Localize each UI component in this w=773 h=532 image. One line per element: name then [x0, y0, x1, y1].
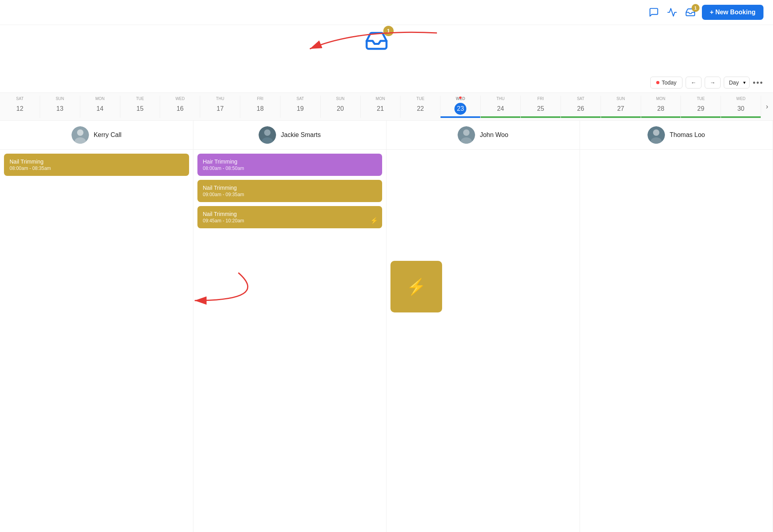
- date-cell-25[interactable]: FRI25: [521, 96, 561, 118]
- date-cell-29[interactable]: TUE29: [681, 96, 721, 118]
- date-cell-24[interactable]: THU24: [481, 96, 521, 118]
- toolbar: Today ← → Day Week Month •••: [0, 73, 773, 93]
- today-button[interactable]: Today: [650, 77, 682, 89]
- date-cell-30[interactable]: WED30: [721, 96, 761, 118]
- date-cell-14[interactable]: MON14: [80, 96, 120, 118]
- date-cell-12[interactable]: SAT12: [0, 96, 40, 118]
- date-cell-13[interactable]: SUN13: [40, 96, 80, 118]
- today-label: Today: [662, 79, 676, 86]
- avatar-john: [458, 126, 475, 144]
- floating-lightning-box[interactable]: ⚡: [390, 261, 442, 312]
- event-nail-trimming-jackie-1[interactable]: Nail Trimming 09:00am - 09:35am: [197, 180, 383, 202]
- lightning-icon-float: ⚡: [406, 278, 426, 296]
- events-col-john: ⚡: [386, 150, 580, 532]
- today-dot: [656, 81, 659, 84]
- staff-header-row: Kerry Call Jackie Smarts: [0, 121, 773, 150]
- event-time: 09:45am - 10:20am: [203, 218, 377, 224]
- staff-col-thomas: Thomas Loo: [580, 121, 773, 149]
- event-time: 08:00am - 08:35am: [10, 166, 184, 171]
- staff-name-john: John Woo: [480, 131, 508, 139]
- events-row: Nail Trimming 08:00am - 08:35am Hair Tri…: [0, 150, 773, 532]
- event-title: Nail Trimming: [10, 158, 184, 165]
- events-col-thomas: [580, 150, 773, 532]
- staff-col-jackie: Jackie Smarts: [193, 121, 387, 149]
- date-cell-21[interactable]: MON21: [361, 96, 401, 118]
- next-button[interactable]: →: [705, 77, 721, 89]
- prev-button[interactable]: ←: [686, 77, 701, 89]
- avatar-kerry: [72, 126, 89, 144]
- header: 1 + New Booking: [0, 0, 773, 25]
- staff-name-thomas: Thomas Loo: [670, 131, 705, 139]
- date-cell-17[interactable]: THU17: [200, 96, 240, 118]
- date-cell-15[interactable]: TUE15: [120, 96, 160, 118]
- avatar-jackie: [259, 126, 276, 144]
- event-hair-trimming-jackie[interactable]: Hair Trimming 08:00am - 08:50am: [197, 154, 383, 176]
- date-strip-inner: SAT12SUN13MON14TUE15WED16THU17FRI18SAT19…: [0, 96, 761, 118]
- date-cell-16[interactable]: WED16: [160, 96, 200, 118]
- lightning-icon-card: ⚡: [370, 217, 378, 224]
- calendar-grid: Kerry Call Jackie Smarts: [0, 121, 773, 532]
- svg-point-5: [264, 129, 271, 136]
- events-col-jackie: Hair Trimming 08:00am - 08:50am Nail Tri…: [193, 150, 387, 532]
- date-cell-18[interactable]: FRI18: [240, 96, 280, 118]
- inbox-icon-button[interactable]: 1: [685, 7, 696, 17]
- date-cell-23[interactable]: WED23: [441, 96, 481, 118]
- event-nail-trimming-jackie-2[interactable]: Nail Trimming 09:45am - 10:20am ⚡: [197, 206, 383, 228]
- new-booking-button[interactable]: + New Booking: [702, 5, 763, 20]
- event-nail-trimming-kerry[interactable]: Nail Trimming 08:00am - 08:35am: [4, 154, 189, 176]
- date-cell-20[interactable]: SUN20: [321, 96, 361, 118]
- staff-name-jackie: Jackie Smarts: [281, 131, 321, 139]
- svg-point-8: [463, 129, 470, 136]
- event-title: Nail Trimming: [203, 211, 377, 217]
- chat-icon-button[interactable]: [649, 7, 659, 17]
- date-cell-22[interactable]: TUE22: [400, 96, 441, 118]
- event-title: Nail Trimming: [203, 185, 377, 191]
- date-strip: SAT12SUN13MON14TUE15WED16THU17FRI18SAT19…: [0, 93, 773, 121]
- svg-point-2: [77, 129, 83, 136]
- inbox-badge: 1: [692, 4, 700, 12]
- event-time: 08:00am - 08:50am: [203, 166, 377, 171]
- view-select[interactable]: Day Week Month: [724, 77, 750, 89]
- date-cell-26[interactable]: SAT26: [561, 96, 601, 118]
- header-icons: 1: [649, 7, 696, 17]
- staff-name-kerry: Kerry Call: [94, 131, 122, 139]
- activity-icon-button[interactable]: [667, 7, 677, 17]
- date-cell-27[interactable]: SUN27: [601, 96, 641, 118]
- date-cell-19[interactable]: SAT19: [280, 96, 321, 118]
- event-time: 09:00am - 09:35am: [203, 192, 377, 197]
- view-select-wrapper: Day Week Month: [724, 77, 750, 89]
- staff-col-john: John Woo: [386, 121, 580, 149]
- more-options-button[interactable]: •••: [753, 78, 763, 87]
- events-col-kerry: Nail Trimming 08:00am - 08:35am: [0, 150, 193, 532]
- event-title: Hair Trimming: [203, 158, 377, 165]
- staff-col-kerry: Kerry Call: [0, 121, 193, 149]
- large-inbox-badge: 1: [383, 26, 394, 36]
- svg-point-11: [653, 129, 659, 136]
- date-strip-next-button[interactable]: ›: [761, 102, 773, 111]
- avatar-thomas: [647, 126, 665, 144]
- date-cell-28[interactable]: MON28: [641, 96, 681, 118]
